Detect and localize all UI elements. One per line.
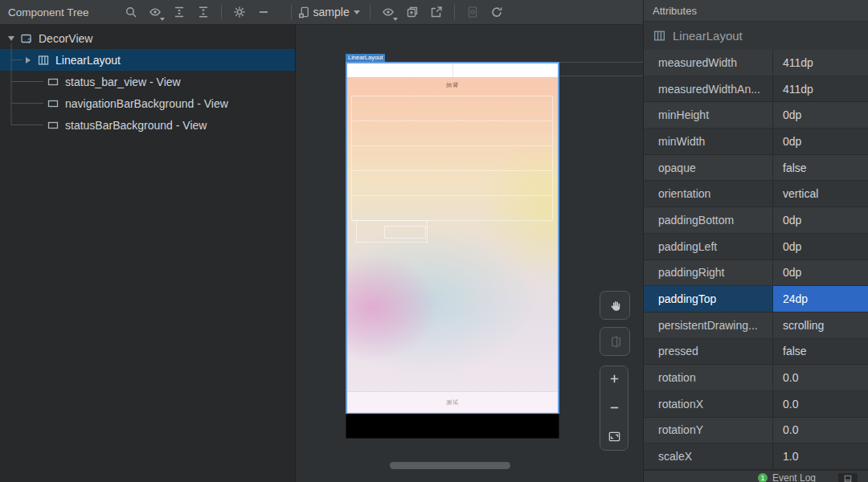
attribute-value[interactable]: 0.0 [773,391,868,417]
3d-mode-button[interactable] [600,327,630,356]
tree-item-statusbarbackground[interactable]: statusBarBackground - View [0,114,295,136]
event-log-button[interactable]: Event Log [772,472,816,482]
device-screen[interactable]: 抽背 测试 [346,62,559,414]
attribute-name: pressed [644,339,773,365]
attribute-value[interactable]: 0.0 [773,365,868,390]
chevron-right-icon[interactable] [26,57,31,63]
eye-dropdown-caret-icon [160,18,165,21]
refresh-icon[interactable] [487,2,506,22]
attribute-row[interactable]: persistentDrawing...scrolling [644,312,868,339]
attribute-value[interactable]: false [773,155,868,181]
attribute-value[interactable]: 411dp [773,76,868,102]
process-name-label: sample [313,6,350,18]
chevron-down-icon[interactable] [8,36,14,41]
attribute-value[interactable]: vertical [773,181,868,206]
attribute-value[interactable]: 0.0 [773,418,868,443]
search-icon[interactable] [121,2,141,22]
minus-icon [608,402,620,414]
settings-gear-icon[interactable] [230,2,249,22]
live-updates-sync-icon[interactable] [463,2,482,22]
extension-line [560,62,643,63]
tool-window-button[interactable] [838,473,858,482]
attribute-value[interactable]: 0dp [773,129,868,154]
status-bar: 1 Event Log [644,470,868,482]
attribute-row[interactable]: measuredWidth411dp [644,50,868,76]
attribute-value[interactable]: 0dp [773,102,868,128]
component-tree-toolbar [121,2,273,22]
component-tree-title: Component Tree [0,6,89,18]
toolbar-separator [291,5,292,19]
tree-item-decorview[interactable]: ? DecorView [0,27,295,49]
attribute-row[interactable]: scaleX1.0 [644,443,868,470]
attribute-value[interactable]: 0dp [773,234,868,259]
attribute-name: persistentDrawing... [644,312,773,338]
attribute-name: scaleX [644,443,773,469]
plus-icon [608,373,620,385]
linear-layout-icon [37,54,50,67]
attribute-row[interactable]: rotationX0.0 [644,391,868,418]
attribute-row[interactable]: rotationY0.0 [644,418,868,444]
device-navigation-bar [346,414,559,439]
zoom-controls [600,366,628,451]
attribute-value[interactable]: 0dp [773,207,868,233]
event-log-badge: 1 [758,473,768,482]
attribute-name: rotationY [644,418,773,443]
attribute-name: paddingRight [644,260,773,286]
zoom-in-button[interactable] [608,373,620,385]
attribute-name: measuredWidthAn... [644,76,773,102]
horizontal-scrollbar[interactable] [390,462,510,469]
expand-all-icon[interactable] [170,2,189,22]
capture-snapshot-icon[interactable] [403,2,422,22]
fit-screen-icon [608,430,621,443]
attributes-table: measuredWidth411dp measuredWidthAn...411… [644,50,868,470]
tree-item-label: navigationBarBackground - View [65,97,228,110]
hide-panel-minus-icon[interactable] [254,2,273,22]
tree-item-linearlayout[interactable]: LinearLayout [0,49,295,71]
process-selector-button[interactable]: sample [295,4,363,20]
tree-item-label: statusBarBackground - View [65,119,207,132]
attribute-row[interactable]: opaquefalse [644,155,868,182]
attribute-value[interactable]: 0dp [773,260,868,286]
attribute-row-selected[interactable]: paddingTop24dp [644,286,868,312]
attribute-row[interactable]: pressedfalse [644,339,868,366]
tree-item-navigationbarbackground[interactable]: navigationBarBackground - View [0,92,295,114]
attribute-value[interactable]: scrolling [773,312,868,338]
view-icon [47,97,59,110]
attribute-name: minWidth [644,129,773,154]
decor-view-icon: ? [20,32,33,45]
zoom-out-button[interactable] [608,402,620,414]
attribute-row[interactable]: rotation0.0 [644,365,868,391]
attribute-value[interactable]: 1.0 [773,443,868,469]
tree-item-status-bar-view[interactable]: status_bar_view - View [0,71,295,92]
pan-hand-button[interactable] [600,291,630,320]
toolbar-separator [454,5,455,19]
screen-list-grid [351,96,553,221]
attribute-row[interactable]: paddingRight0dp [644,260,868,287]
tool-window-icon [844,475,852,482]
attribute-row[interactable]: paddingLeft0dp [644,234,868,260]
zoom-fit-button[interactable] [608,430,621,443]
attribute-name: paddingLeft [644,234,773,259]
attributes-title: Attributes [653,5,697,17]
attribute-row[interactable]: orientationvertical [644,181,868,207]
view-icon [47,76,59,88]
attribute-row[interactable]: minHeight0dp [644,102,868,129]
attribute-row[interactable]: measuredWidthAn...411dp [644,76,868,103]
top-toolbar: Component Tree sample [0,0,643,25]
attribute-value[interactable]: false [773,339,868,365]
attribute-name: minHeight [644,102,773,128]
attribute-name: rotation [644,365,773,390]
attribute-row[interactable]: paddingBottom0dp [644,207,868,234]
collapse-all-icon[interactable] [194,2,213,22]
attributes-panel: Attributes LinearLayout measuredWidth411… [643,0,868,482]
view-options-eye-icon[interactable] [145,2,165,22]
attribute-value[interactable]: 24dp [773,286,868,312]
toolbar-separator [221,5,222,19]
svg-text:?: ? [27,37,31,45]
attribute-row[interactable]: minWidth0dp [644,129,868,155]
export-open-icon[interactable] [427,2,446,22]
device-icon [298,6,310,18]
attribute-value[interactable]: 411dp [773,50,868,76]
hand-icon [608,299,622,312]
layer-visibility-eye-icon[interactable] [379,2,398,22]
